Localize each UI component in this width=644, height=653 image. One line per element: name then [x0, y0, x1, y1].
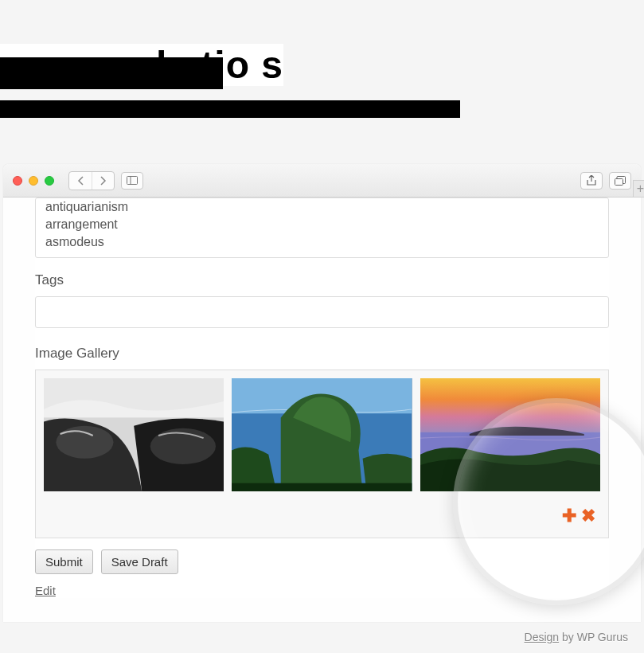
save-draft-button[interactable]: Save Draft	[101, 549, 178, 574]
tags-input[interactable]	[35, 296, 609, 328]
footer-credit: Design by WP Gurus	[525, 631, 628, 643]
minimize-window-button[interactable]	[29, 176, 38, 186]
back-button[interactable]	[69, 172, 92, 190]
title-obscured-block	[0, 57, 223, 89]
add-image-icon[interactable]: ✚	[562, 506, 576, 526]
gallery-thumb[interactable]	[44, 378, 224, 491]
gallery-thumb[interactable]	[420, 378, 600, 491]
tabs-icon[interactable]	[609, 172, 631, 190]
new-tab-button[interactable]: +	[633, 180, 644, 197]
tags-label: Tags	[35, 272, 609, 288]
category-select[interactable]: antiquarianism arrangement asmodeus	[35, 197, 609, 258]
sidebar-toggle-icon[interactable]	[121, 172, 143, 190]
forward-button[interactable]	[92, 172, 114, 190]
remove-image-icon[interactable]: ✖	[581, 506, 595, 526]
browser-window: antiquarianism arrangement asmodeus Tags…	[3, 164, 641, 622]
gallery-thumb[interactable]	[232, 378, 412, 491]
share-icon[interactable]	[580, 172, 603, 190]
window-controls	[13, 176, 54, 186]
gallery-label: Image Gallery	[35, 346, 609, 362]
form-content: antiquarianism arrangement asmodeus Tags…	[3, 197, 641, 622]
svg-rect-9	[232, 483, 412, 491]
browser-toolbar	[3, 164, 641, 197]
svg-rect-0	[127, 177, 138, 185]
svg-rect-10	[420, 378, 600, 434]
edit-link[interactable]: Edit	[35, 584, 56, 597]
svg-rect-2	[615, 178, 623, 185]
close-window-button[interactable]	[13, 176, 22, 186]
design-link[interactable]: Design	[525, 631, 560, 643]
submit-button[interactable]: Submit	[35, 549, 93, 574]
category-option[interactable]: asmodeus	[36, 233, 608, 251]
subtitle-obscured-block	[0, 100, 460, 118]
maximize-window-button[interactable]	[45, 176, 54, 186]
svg-point-5	[56, 426, 113, 459]
nav-buttons	[68, 171, 115, 190]
category-option[interactable]: arrangement	[36, 216, 608, 233]
category-option[interactable]: antiquarianism	[36, 198, 608, 216]
footer-by: by WP Gurus	[559, 631, 628, 643]
image-gallery: ✚ ✖	[35, 370, 609, 538]
